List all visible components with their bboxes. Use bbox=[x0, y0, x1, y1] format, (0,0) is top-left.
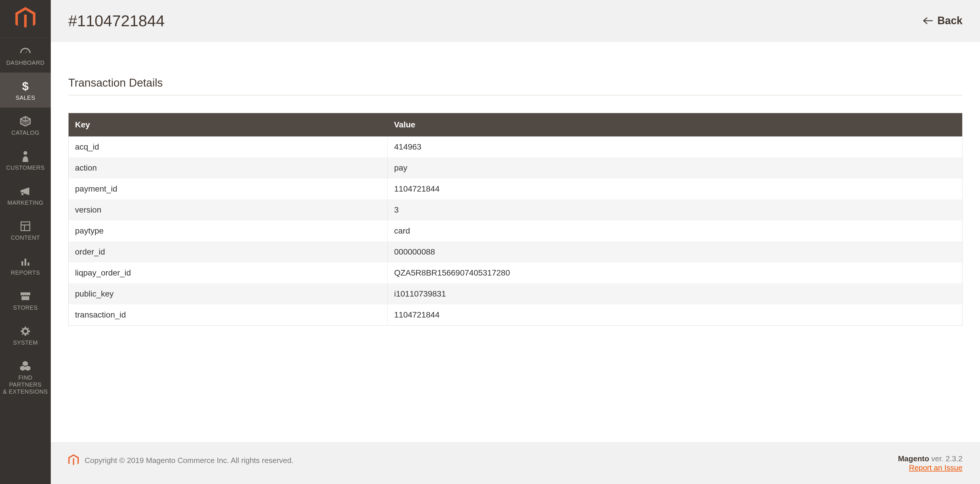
page-title: #1104721844 bbox=[68, 12, 165, 30]
svg-rect-7 bbox=[28, 263, 29, 266]
nav-stores[interactable]: STORES bbox=[0, 282, 51, 317]
cell-key: action bbox=[68, 157, 388, 178]
cell-value: card bbox=[388, 221, 963, 241]
cell-value: 3 bbox=[388, 200, 963, 221]
table-row: payment_id1104721844 bbox=[68, 178, 963, 200]
cell-value: pay bbox=[388, 157, 963, 178]
table-row: paytypecard bbox=[68, 221, 963, 241]
svg-rect-2 bbox=[21, 222, 30, 231]
magento-logo-small-icon bbox=[68, 454, 79, 467]
table-body: acq_id414963actionpaypayment_id110472184… bbox=[68, 136, 963, 326]
version-text: Magento ver. 2.3.2 bbox=[898, 454, 963, 463]
table-row: public_keyi10110739831 bbox=[68, 283, 963, 305]
nav-marketing[interactable]: MARKETING bbox=[0, 178, 51, 213]
magento-logo-icon[interactable] bbox=[15, 7, 36, 30]
layout-icon bbox=[20, 220, 31, 232]
cell-value: i10110739831 bbox=[388, 283, 963, 305]
nav-catalog[interactable]: CATALOG bbox=[0, 108, 51, 143]
nav-label: STORES bbox=[13, 304, 38, 311]
col-key-header: Key bbox=[68, 113, 388, 137]
cell-value: QZA5R8BR1566907405317280 bbox=[388, 262, 963, 283]
cell-value: 1104721844 bbox=[388, 178, 963, 200]
cell-key: payment_id bbox=[68, 178, 388, 200]
main-area: #1104721844 Back Transaction Details Key… bbox=[51, 0, 980, 484]
cell-key: public_key bbox=[68, 283, 388, 305]
footer-right: Magento ver. 2.3.2 Report an Issue bbox=[898, 454, 963, 472]
nav-label: CONTENT bbox=[11, 234, 40, 241]
report-issue-link[interactable]: Report an Issue bbox=[909, 463, 963, 472]
nav-label: CATALOG bbox=[11, 129, 40, 136]
table-row: transaction_id1104721844 bbox=[68, 305, 963, 326]
main-nav: DASHBOARD $ SALES CATALOG CUSTOMERS MARK… bbox=[0, 38, 51, 401]
section-title: Transaction Details bbox=[68, 77, 963, 95]
table-row: version3 bbox=[68, 200, 963, 221]
nav-label: DASHBOARD bbox=[6, 59, 45, 66]
box-icon bbox=[19, 115, 31, 127]
person-icon bbox=[22, 150, 29, 162]
svg-rect-5 bbox=[22, 261, 23, 266]
nav-system[interactable]: SYSTEM bbox=[0, 317, 51, 352]
copyright-text: Copyright © 2019 Magento Commerce Inc. A… bbox=[84, 456, 294, 465]
cell-key: paytype bbox=[68, 221, 388, 241]
product-name: Magento bbox=[898, 454, 929, 463]
megaphone-icon bbox=[19, 185, 31, 197]
nav-label: SALES bbox=[16, 94, 35, 101]
table-row: actionpay bbox=[68, 157, 963, 178]
nav-label: CUSTOMERS bbox=[6, 164, 45, 171]
version-number: ver. 2.3.2 bbox=[929, 454, 963, 463]
admin-sidebar: DASHBOARD $ SALES CATALOG CUSTOMERS MARK… bbox=[0, 0, 51, 484]
gear-icon bbox=[20, 325, 31, 337]
dollar-icon: $ bbox=[22, 80, 29, 92]
footer-left: Copyright © 2019 Magento Commerce Inc. A… bbox=[68, 454, 294, 467]
nav-label: SYSTEM bbox=[13, 339, 38, 346]
nav-label: FIND PARTNERS & EXTENSIONS bbox=[2, 374, 48, 395]
page-header: #1104721844 Back bbox=[51, 0, 980, 42]
cell-value: 414963 bbox=[388, 136, 963, 157]
dashboard-icon bbox=[19, 45, 32, 57]
back-label: Back bbox=[937, 14, 963, 27]
back-button[interactable]: Back bbox=[923, 14, 963, 27]
nav-label: MARKETING bbox=[7, 199, 43, 206]
nav-reports[interactable]: REPORTS bbox=[0, 248, 51, 282]
cell-key: version bbox=[68, 200, 388, 221]
table-row: order_id000000088 bbox=[68, 241, 963, 262]
cell-key: order_id bbox=[68, 241, 388, 262]
cell-key: liqpay_order_id bbox=[68, 262, 388, 283]
logo-wrap bbox=[0, 0, 51, 38]
svg-point-1 bbox=[24, 151, 27, 155]
content: Transaction Details Key Value acq_id4149… bbox=[51, 42, 980, 442]
cell-value: 000000088 bbox=[388, 241, 963, 262]
arrow-left-icon bbox=[923, 17, 933, 24]
bars-icon bbox=[20, 255, 31, 267]
nav-sales[interactable]: $ SALES bbox=[0, 73, 51, 108]
nav-dashboard[interactable]: DASHBOARD bbox=[0, 38, 51, 73]
cell-key: transaction_id bbox=[68, 305, 388, 326]
nav-content[interactable]: CONTENT bbox=[0, 213, 51, 248]
storefront-icon bbox=[19, 290, 31, 302]
cell-key: acq_id bbox=[68, 136, 388, 157]
svg-rect-6 bbox=[24, 259, 26, 266]
nav-find-partners[interactable]: FIND PARTNERS & EXTENSIONS bbox=[0, 352, 51, 401]
table-row: liqpay_order_idQZA5R8BR1566907405317280 bbox=[68, 262, 963, 283]
svg-text:$: $ bbox=[22, 81, 29, 92]
page-footer: Copyright © 2019 Magento Commerce Inc. A… bbox=[51, 442, 980, 484]
nav-customers[interactable]: CUSTOMERS bbox=[0, 143, 51, 178]
nav-label: REPORTS bbox=[11, 269, 40, 276]
transaction-table: Key Value acq_id414963actionpaypayment_i… bbox=[68, 113, 963, 326]
boxes-icon bbox=[19, 360, 31, 372]
table-row: acq_id414963 bbox=[68, 136, 963, 157]
col-value-header: Value bbox=[388, 113, 963, 137]
cell-value: 1104721844 bbox=[388, 305, 963, 326]
